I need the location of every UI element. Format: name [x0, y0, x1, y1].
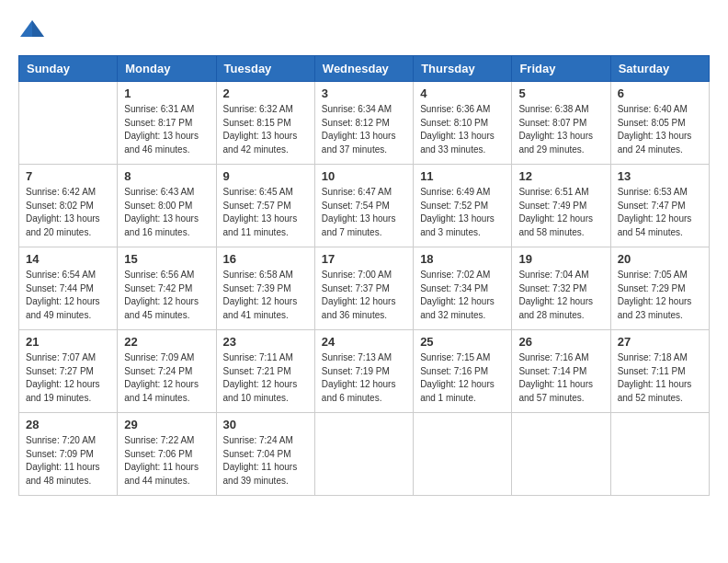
cell-content: Sunrise: 7:20 AM Sunset: 7:09 PM Dayligh… [26, 434, 110, 488]
day-header-sunday: Sunday [19, 56, 118, 82]
calendar-cell: 23Sunrise: 7:11 AM Sunset: 7:21 PM Dayli… [216, 330, 314, 413]
day-header-friday: Friday [512, 56, 610, 82]
date-number: 1 [124, 86, 209, 100]
cell-content: Sunrise: 7:02 AM Sunset: 7:34 PM Dayligh… [420, 269, 505, 322]
date-number: 13 [618, 169, 702, 183]
date-number: 12 [518, 169, 603, 183]
cell-content: Sunrise: 6:51 AM Sunset: 7:49 PM Dayligh… [518, 186, 603, 239]
date-number: 26 [518, 335, 603, 349]
calendar-cell: 21Sunrise: 7:07 AM Sunset: 7:27 PM Dayli… [19, 330, 118, 413]
calendar-cell: 2Sunrise: 6:32 AM Sunset: 8:15 PM Daylig… [216, 82, 314, 165]
date-number: 29 [124, 418, 209, 431]
calendar-cell: 17Sunrise: 7:00 AM Sunset: 7:37 PM Dayli… [314, 247, 413, 330]
calendar-cell: 6Sunrise: 6:40 AM Sunset: 8:05 PM Daylig… [610, 82, 709, 165]
cell-content: Sunrise: 6:49 AM Sunset: 7:52 PM Dayligh… [420, 186, 505, 239]
date-number: 9 [223, 169, 308, 183]
week-row-2: 7Sunrise: 6:42 AM Sunset: 8:02 PM Daylig… [19, 165, 710, 247]
week-row-1: 1Sunrise: 6:31 AM Sunset: 8:17 PM Daylig… [19, 82, 710, 165]
cell-content: Sunrise: 6:58 AM Sunset: 7:39 PM Dayligh… [223, 269, 308, 322]
cell-content: Sunrise: 6:56 AM Sunset: 7:42 PM Dayligh… [124, 269, 209, 322]
cell-content: Sunrise: 7:00 AM Sunset: 7:37 PM Dayligh… [322, 269, 406, 322]
date-number: 14 [26, 252, 110, 266]
calendar-cell: 12Sunrise: 6:51 AM Sunset: 7:49 PM Dayli… [512, 165, 610, 247]
cell-content: Sunrise: 6:45 AM Sunset: 7:57 PM Dayligh… [223, 186, 308, 239]
calendar-cell: 3Sunrise: 6:34 AM Sunset: 8:12 PM Daylig… [314, 82, 413, 165]
cell-content: Sunrise: 6:42 AM Sunset: 8:02 PM Dayligh… [26, 186, 110, 239]
calendar-table: SundayMondayTuesdayWednesdayThursdayFrid… [18, 55, 710, 496]
date-number: 7 [26, 169, 110, 183]
logo [18, 18, 50, 40]
calendar-cell: 28Sunrise: 7:20 AM Sunset: 7:09 PM Dayli… [19, 413, 118, 496]
date-number: 30 [223, 418, 308, 431]
date-number: 4 [420, 86, 505, 100]
date-number: 15 [124, 252, 209, 266]
calendar-cell: 4Sunrise: 6:36 AM Sunset: 8:10 PM Daylig… [414, 82, 512, 165]
calendar-cell: 14Sunrise: 6:54 AM Sunset: 7:44 PM Dayli… [19, 247, 118, 330]
calendar-cell: 29Sunrise: 7:22 AM Sunset: 7:06 PM Dayli… [118, 413, 216, 496]
date-number: 6 [618, 86, 702, 100]
date-number: 8 [124, 169, 209, 183]
cell-content: Sunrise: 6:38 AM Sunset: 8:07 PM Dayligh… [518, 103, 603, 156]
calendar-cell: 20Sunrise: 7:05 AM Sunset: 7:29 PM Dayli… [610, 247, 709, 330]
cell-content: Sunrise: 7:13 AM Sunset: 7:19 PM Dayligh… [322, 351, 406, 405]
cell-content: Sunrise: 7:09 AM Sunset: 7:24 PM Dayligh… [124, 351, 209, 405]
calendar-cell: 9Sunrise: 6:45 AM Sunset: 7:57 PM Daylig… [216, 165, 314, 247]
date-number: 18 [420, 252, 505, 266]
calendar-cell: 30Sunrise: 7:24 AM Sunset: 7:04 PM Dayli… [216, 413, 314, 496]
calendar-cell: 18Sunrise: 7:02 AM Sunset: 7:34 PM Dayli… [414, 247, 512, 330]
cell-content: Sunrise: 7:04 AM Sunset: 7:32 PM Dayligh… [518, 269, 603, 322]
date-number: 24 [322, 335, 406, 349]
day-header-tuesday: Tuesday [216, 56, 314, 82]
date-number: 17 [322, 252, 406, 266]
date-number: 25 [420, 335, 505, 349]
date-number: 5 [518, 86, 603, 100]
cell-content: Sunrise: 7:16 AM Sunset: 7:14 PM Dayligh… [518, 351, 603, 405]
date-number: 28 [26, 418, 110, 431]
svg-marker-1 [32, 20, 44, 37]
calendar-cell: 19Sunrise: 7:04 AM Sunset: 7:32 PM Dayli… [512, 247, 610, 330]
date-number: 22 [124, 335, 209, 349]
cell-content: Sunrise: 6:34 AM Sunset: 8:12 PM Dayligh… [322, 103, 406, 156]
date-number: 27 [618, 335, 702, 349]
cell-content: Sunrise: 6:53 AM Sunset: 7:47 PM Dayligh… [618, 186, 702, 239]
day-header-wednesday: Wednesday [314, 56, 413, 82]
logo-icon [18, 18, 46, 40]
cell-content: Sunrise: 6:32 AM Sunset: 8:15 PM Dayligh… [223, 103, 308, 156]
calendar-cell: 26Sunrise: 7:16 AM Sunset: 7:14 PM Dayli… [512, 330, 610, 413]
cell-content: Sunrise: 7:15 AM Sunset: 7:16 PM Dayligh… [420, 351, 505, 405]
calendar-cell [314, 413, 413, 496]
calendar-cell: 7Sunrise: 6:42 AM Sunset: 8:02 PM Daylig… [19, 165, 118, 247]
day-header-thursday: Thursday [414, 56, 512, 82]
cell-content: Sunrise: 7:11 AM Sunset: 7:21 PM Dayligh… [223, 351, 308, 405]
calendar-cell: 11Sunrise: 6:49 AM Sunset: 7:52 PM Dayli… [414, 165, 512, 247]
calendar-cell [414, 413, 512, 496]
calendar-cell: 22Sunrise: 7:09 AM Sunset: 7:24 PM Dayli… [118, 330, 216, 413]
calendar-cell: 24Sunrise: 7:13 AM Sunset: 7:19 PM Dayli… [314, 330, 413, 413]
cell-content: Sunrise: 7:22 AM Sunset: 7:06 PM Dayligh… [124, 434, 209, 488]
date-number: 16 [223, 252, 308, 266]
calendar-cell: 10Sunrise: 6:47 AM Sunset: 7:54 PM Dayli… [314, 165, 413, 247]
cell-content: Sunrise: 7:07 AM Sunset: 7:27 PM Dayligh… [26, 351, 110, 405]
date-number: 23 [223, 335, 308, 349]
cell-content: Sunrise: 7:18 AM Sunset: 7:11 PM Dayligh… [618, 351, 702, 405]
date-number: 2 [223, 86, 308, 100]
calendar-cell: 16Sunrise: 6:58 AM Sunset: 7:39 PM Dayli… [216, 247, 314, 330]
days-header-row: SundayMondayTuesdayWednesdayThursdayFrid… [19, 56, 710, 82]
date-number: 11 [420, 169, 505, 183]
cell-content: Sunrise: 6:43 AM Sunset: 8:00 PM Dayligh… [124, 186, 209, 239]
day-header-saturday: Saturday [610, 56, 709, 82]
date-number: 19 [518, 252, 603, 266]
calendar-cell: 15Sunrise: 6:56 AM Sunset: 7:42 PM Dayli… [118, 247, 216, 330]
date-number: 10 [322, 169, 406, 183]
date-number: 3 [322, 86, 406, 100]
calendar-cell [610, 413, 709, 496]
day-header-monday: Monday [118, 56, 216, 82]
calendar-cell: 13Sunrise: 6:53 AM Sunset: 7:47 PM Dayli… [610, 165, 709, 247]
calendar-cell: 25Sunrise: 7:15 AM Sunset: 7:16 PM Dayli… [414, 330, 512, 413]
page-header [18, 18, 710, 40]
week-row-5: 28Sunrise: 7:20 AM Sunset: 7:09 PM Dayli… [19, 413, 710, 496]
calendar-cell: 8Sunrise: 6:43 AM Sunset: 8:00 PM Daylig… [118, 165, 216, 247]
calendar-cell: 27Sunrise: 7:18 AM Sunset: 7:11 PM Dayli… [610, 330, 709, 413]
week-row-4: 21Sunrise: 7:07 AM Sunset: 7:27 PM Dayli… [19, 330, 710, 413]
cell-content: Sunrise: 6:40 AM Sunset: 8:05 PM Dayligh… [618, 103, 702, 156]
